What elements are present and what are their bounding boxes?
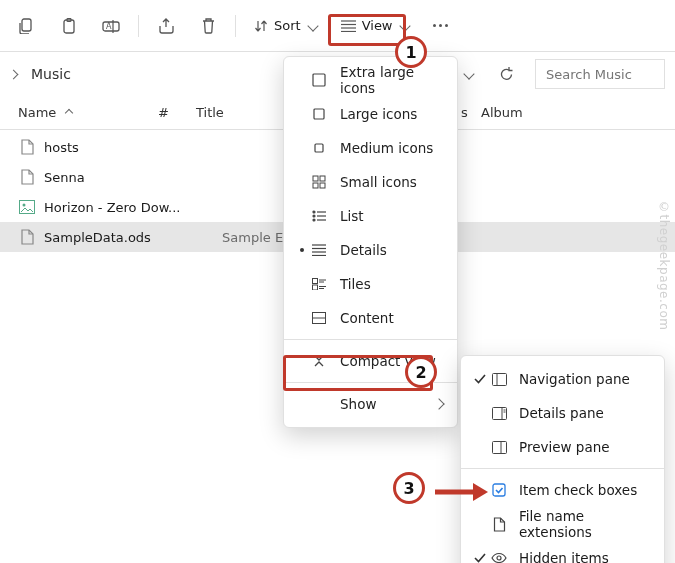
check-icon [471, 553, 489, 563]
sort-label: Sort [274, 18, 301, 33]
view-menu-item[interactable]: Large icons [284, 97, 457, 131]
check-icon [471, 374, 489, 384]
refresh-button[interactable] [491, 59, 521, 89]
lg-icon [308, 107, 330, 121]
more-button[interactable] [423, 8, 459, 44]
separator [235, 15, 236, 37]
svg-point-13 [23, 204, 26, 207]
show-menu-item[interactable]: File name extensions [461, 507, 664, 541]
column-number[interactable]: # [158, 105, 196, 120]
view-menu-item[interactable]: Details [284, 233, 457, 267]
chevron-right-icon [9, 69, 19, 79]
rename-icon: A [102, 18, 120, 34]
chevron-right-icon [433, 398, 444, 409]
annotation-badge: 3 [393, 472, 425, 504]
show-submenu: Navigation paneDetails panePreview paneI… [460, 355, 665, 563]
show-menu-item[interactable]: Hidden items [461, 541, 664, 563]
svg-rect-14 [313, 74, 325, 86]
show-menu-item[interactable]: Navigation pane [461, 362, 664, 396]
svg-rect-19 [313, 183, 318, 188]
menu-separator [461, 468, 664, 469]
copy-icon [19, 18, 35, 34]
file-icon [18, 138, 36, 156]
view-label: View [362, 18, 393, 33]
svg-rect-20 [320, 183, 325, 188]
rename-button[interactable]: A [92, 8, 130, 44]
view-menu-item[interactable]: Extra large icons [284, 63, 457, 97]
column-truncated[interactable]: s [461, 105, 481, 120]
svg-point-48 [497, 556, 501, 560]
chevron-down-icon [399, 20, 410, 31]
search-box[interactable] [535, 59, 665, 89]
view-button[interactable]: View [331, 8, 419, 44]
show-menu-item[interactable]: Item check boxes [461, 473, 664, 507]
checkbox-icon [489, 483, 509, 497]
paste-icon [62, 18, 77, 34]
content-icon [308, 312, 330, 324]
nav-icon [489, 373, 509, 386]
share-icon [158, 18, 175, 34]
show-menu-item[interactable]: Preview pane [461, 430, 664, 464]
copy-button[interactable] [50, 8, 88, 44]
svg-rect-0 [22, 19, 31, 31]
preview-icon [489, 441, 509, 454]
show-menu-item[interactable]: Details pane [461, 396, 664, 430]
list-icon [308, 210, 330, 222]
sort-asc-icon [65, 108, 73, 116]
file-icon [18, 198, 36, 216]
sort-icon [254, 19, 268, 33]
svg-point-21 [313, 211, 315, 213]
svg-rect-31 [313, 279, 318, 284]
menu-separator [284, 382, 457, 383]
file-name: SampleData.ods [44, 230, 184, 245]
column-name[interactable]: Name [18, 105, 158, 120]
menu-separator [284, 339, 457, 340]
separator [138, 15, 139, 37]
svg-rect-17 [313, 176, 318, 181]
file-icon [18, 168, 36, 186]
column-album[interactable]: Album [481, 105, 675, 120]
breadcrumb-current[interactable]: Music [31, 66, 71, 82]
trash-icon [201, 17, 216, 34]
view-menu-item[interactable]: Small icons [284, 165, 457, 199]
command-bar: A Sort View [0, 0, 675, 52]
view-menu-item[interactable]: Tiles [284, 267, 457, 301]
chevron-down-icon [307, 20, 318, 31]
share-button[interactable] [147, 8, 185, 44]
sort-button[interactable]: Sort [244, 8, 327, 44]
svg-text:A: A [106, 22, 112, 31]
svg-rect-16 [315, 144, 323, 152]
tiles-icon [308, 278, 330, 290]
file-icon [18, 228, 36, 246]
delete-button[interactable] [189, 8, 227, 44]
search-input[interactable] [544, 66, 675, 83]
svg-rect-45 [492, 441, 506, 453]
view-menu-item[interactable]: Medium icons [284, 131, 457, 165]
svg-point-25 [313, 219, 315, 221]
details-icon [308, 244, 330, 256]
view-menu-item[interactable]: List [284, 199, 457, 233]
ext-icon [489, 517, 509, 532]
ellipsis-icon [433, 24, 448, 27]
view-menu-show[interactable]: Show [284, 387, 457, 421]
svg-point-23 [313, 215, 315, 217]
details-pane-icon [489, 407, 509, 420]
file-name: hosts [44, 140, 184, 155]
svg-rect-18 [320, 176, 325, 181]
view-icon [341, 20, 356, 32]
sm-icon [308, 175, 330, 189]
compact-icon [308, 355, 330, 367]
hidden-icon [489, 552, 509, 563]
new-button[interactable] [8, 8, 46, 44]
view-menu-compact[interactable]: Compact view [284, 344, 457, 378]
chevron-down-icon [463, 68, 474, 79]
file-name: Senna [44, 170, 184, 185]
file-name: Horizon - Zero Dow... [44, 200, 184, 215]
svg-rect-41 [492, 407, 506, 419]
refresh-icon [499, 67, 514, 82]
view-menu-item[interactable]: Content [284, 301, 457, 335]
svg-rect-39 [492, 373, 506, 385]
svg-rect-34 [313, 285, 318, 290]
svg-rect-47 [493, 484, 505, 496]
svg-rect-15 [314, 109, 324, 119]
